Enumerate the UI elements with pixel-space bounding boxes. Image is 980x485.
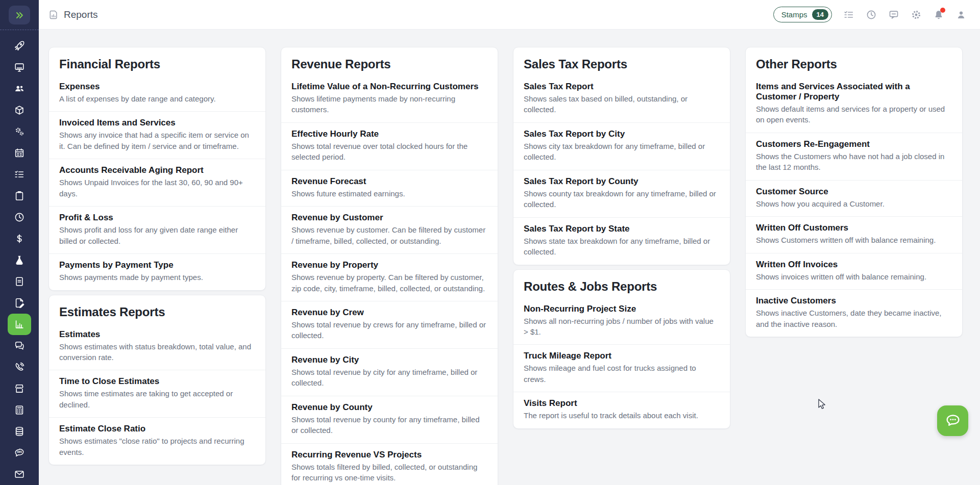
rocket-icon (14, 40, 25, 52)
user-profile-icon (955, 9, 967, 20)
report-desc: Shows total revenue by crews for any tim… (291, 319, 487, 341)
report-sales-tax-by-county[interactable]: Sales Tax Report by County Shows county … (513, 170, 730, 217)
feedback-comment-icon (888, 9, 899, 20)
chat-bubble-icon (944, 412, 962, 429)
report-title: Expenses (59, 82, 255, 92)
sidebar-item-calendar[interactable] (8, 142, 31, 164)
stamps-count: 14 (812, 9, 828, 20)
report-expenses[interactable]: Expenses A list of expenses by date rang… (49, 75, 265, 111)
sidebar-item-clipboard[interactable] (8, 185, 31, 207)
report-revenue-by-customer[interactable]: Revenue by Customer Shows revenue by cus… (281, 206, 498, 253)
report-items-services-customer-property[interactable]: Items and Services Associated with a Cus… (746, 75, 962, 133)
report-desc: Shows the Customers who have not had a j… (756, 151, 952, 173)
card-title-other: Other Reports (746, 47, 962, 75)
sidebar-item-rocket[interactable] (8, 35, 31, 57)
report-title: Non-Recurring Project Size (524, 304, 720, 314)
report-customers-re-engagement[interactable]: Customers Re-Engagement Shows the Custom… (746, 133, 962, 180)
report-title: Sales Tax Report (524, 82, 720, 92)
sidebar-item-monitor[interactable] (8, 57, 31, 78)
report-lifetime-value[interactable]: Lifetime Value of a Non-Recurring Custom… (281, 75, 498, 122)
report-time-to-close[interactable]: Time to Close Estimates Shows time estim… (49, 370, 265, 417)
tasks-button[interactable] (843, 9, 854, 20)
reports-page: Financial Reports Expenses A list of exp… (39, 30, 980, 485)
report-effective-hourly-rate[interactable]: Effective Hourly Rate Shows total revenu… (281, 122, 498, 170)
report-ar-aging[interactable]: Accounts Receivable Aging Report Shows U… (49, 159, 265, 206)
report-title: Lifetime Value of a Non-Recurring Custom… (291, 82, 487, 92)
report-visits[interactable]: Visits Report The report is useful to tr… (513, 392, 730, 428)
profile-button[interactable] (955, 9, 967, 20)
report-invoiced-items-services[interactable]: Invoiced Items and Services Shows any in… (49, 111, 265, 159)
report-sales-tax[interactable]: Sales Tax Report Shows sales tax based o… (513, 75, 730, 122)
sidebar-item-clock[interactable] (8, 207, 31, 228)
sidebar-expand-button[interactable] (9, 6, 30, 24)
report-desc: A list of expenses by date range and cat… (59, 93, 255, 104)
report-title: Revenue by Crew (291, 308, 487, 318)
sidebar-item-package[interactable] (8, 99, 31, 121)
sidebar-item-document[interactable] (8, 271, 31, 292)
report-revenue-by-crew[interactable]: Revenue by Crew Shows total revenue by c… (281, 301, 498, 348)
report-written-off-invoices[interactable]: Written Off Invoices Shows invoices writ… (746, 253, 962, 289)
stamps-badge[interactable]: Stamps 14 (773, 7, 832, 23)
report-payments-by-type[interactable]: Payments by Payment Type Shows payments … (49, 253, 265, 290)
report-profit-loss[interactable]: Profit & Loss Shows profit and loss for … (49, 206, 265, 253)
sidebar-item-reports[interactable] (8, 314, 31, 335)
report-sales-tax-by-city[interactable]: Sales Tax Report by City Shows city tax … (513, 122, 730, 170)
feedback-button[interactable] (888, 9, 899, 20)
sidebar-item-gears[interactable] (8, 121, 31, 142)
report-desc: Shows Unpaid Invoices for the last 30, 6… (59, 177, 255, 199)
report-revenue-by-property[interactable]: Revenue by Property Shows revenue by pro… (281, 253, 498, 301)
flask-icon (14, 254, 25, 266)
sidebar-item-database[interactable] (8, 421, 31, 442)
report-recurring-vs-projects[interactable]: Recurring Revenue VS Projects Shows tota… (281, 443, 498, 485)
report-revenue-by-county[interactable]: Revenue by County Shows total revenue by… (281, 396, 498, 443)
report-title: Revenue by Property (291, 260, 487, 270)
report-desc: Shows city tax breakdown for any timefra… (524, 141, 720, 163)
sidebar-item-sms[interactable]: SMS (8, 442, 31, 464)
sidebar-item-storefront[interactable] (8, 378, 31, 399)
report-truck-mileage[interactable]: Truck Mileage Report Shows mileage and f… (513, 344, 730, 392)
card-title-financial: Financial Reports (49, 47, 265, 75)
report-title: Estimate Close Ratio (59, 424, 255, 434)
report-title: Truck Mileage Report (524, 351, 720, 361)
report-title: Revenue by City (291, 355, 487, 365)
report-desc: Shows sales tax based on billed, outstan… (524, 93, 720, 115)
report-title: Revenue by Customer (291, 213, 487, 223)
report-sales-tax-by-state[interactable]: Sales Tax Report by State Shows state ta… (513, 217, 730, 265)
sidebar-item-calculator[interactable] (8, 399, 31, 421)
report-desc: Shows county tax breakdown for any timef… (524, 188, 720, 210)
report-desc: Shows invoices written off with balance … (756, 271, 952, 282)
monitor-icon (14, 62, 25, 73)
report-inactive-customers[interactable]: Inactive Customers Shows inactive Custom… (746, 289, 962, 337)
sidebar-item-chats[interactable] (8, 335, 31, 356)
history-button[interactable] (866, 9, 877, 20)
report-revenue-forecast[interactable]: Revenue Forecast Shows future estimated … (281, 170, 498, 206)
notifications-button[interactable] (933, 9, 944, 20)
sidebar-item-phone[interactable] (8, 356, 31, 378)
report-customer-source[interactable]: Customer Source Shows how you acquired a… (746, 180, 962, 216)
column-3: Sales Tax Reports Sales Tax Report Shows… (513, 47, 730, 429)
report-desc: Shows revenue by property. Can be filter… (291, 272, 487, 294)
live-chat-button[interactable] (937, 405, 968, 436)
sidebar-item-contract-edit[interactable] (8, 292, 31, 314)
sidebar-item-checklist[interactable] (8, 164, 31, 185)
tasks-checklist-icon (843, 9, 854, 20)
report-desc: Shows inactive Customers, date they beca… (756, 308, 952, 329)
report-estimates[interactable]: Estimates Shows estimates with status br… (49, 323, 265, 370)
report-revenue-by-city[interactable]: Revenue by City Shows total revenue by c… (281, 348, 498, 396)
header-title-group: Reports (48, 9, 98, 20)
report-desc: Shows future estimated earnings. (291, 188, 487, 199)
card-title-estimates: Estimates Reports (49, 295, 265, 323)
report-desc: Shows revenue by customer. Can be filter… (291, 224, 487, 246)
report-non-recurring-project-size[interactable]: Non-Recurring Project Size Shows all non… (513, 298, 730, 345)
sidebar-item-dollar[interactable] (8, 228, 31, 249)
report-written-off-customers[interactable]: Written Off Customers Shows Customers wr… (746, 216, 962, 252)
sidebar-item-team[interactable] (8, 78, 31, 99)
report-estimate-close-ratio[interactable]: Estimate Close Ratio Shows estimates "cl… (49, 417, 265, 465)
settings-button[interactable] (911, 9, 922, 20)
calculator-icon (14, 404, 25, 416)
report-title: Sales Tax Report by City (524, 129, 720, 139)
sidebar-item-flask[interactable] (8, 249, 31, 271)
page-title: Reports (64, 9, 98, 20)
sidebar-item-envelope[interactable] (8, 464, 31, 485)
dollar-icon (14, 233, 25, 244)
